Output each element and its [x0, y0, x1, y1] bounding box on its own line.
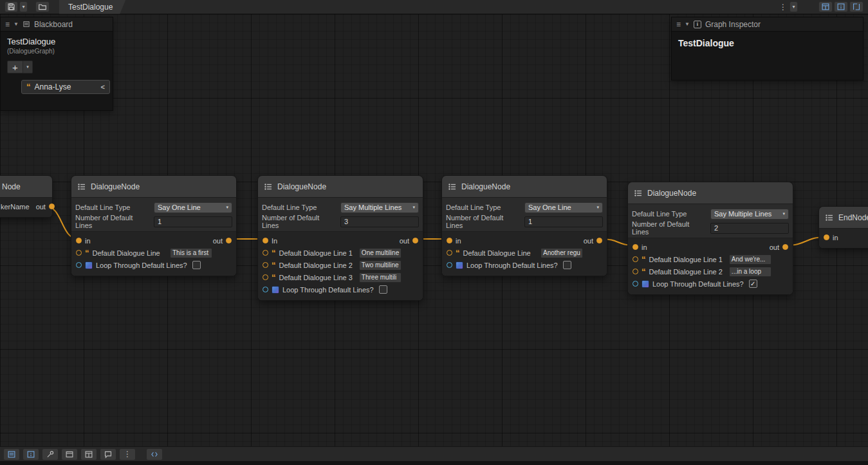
input-port[interactable] [824, 234, 829, 240]
dialogue-node-1[interactable]: DialogueNode Default Line Type Say One L… [71, 175, 237, 276]
node-title-bar[interactable]: DialogueNode [628, 182, 793, 204]
quote-icon: “ [272, 274, 276, 281]
dialogue-line-port[interactable] [76, 250, 82, 256]
dialogue-line-port[interactable] [263, 250, 268, 256]
input-port[interactable] [447, 238, 452, 243]
line-type-dropdown[interactable]: Say Multiple Lines ▾ [340, 202, 419, 213]
speaker-node[interactable]: Node kerName out [0, 175, 53, 218]
dialogue-line-input[interactable]: This is a first [170, 248, 212, 258]
folder-icon [38, 3, 47, 11]
save-dropdown-button[interactable]: ▾ [19, 1, 28, 12]
loop-port[interactable] [263, 287, 268, 292]
toggle-inspector-button[interactable] [834, 1, 848, 12]
loop-checkbox[interactable]: ✓ [749, 280, 757, 288]
num-lines-input[interactable]: 1 [524, 216, 603, 227]
output-port-label: out [213, 237, 223, 245]
dialogue-line-input[interactable]: And we're... [729, 254, 771, 265]
node-title: EndNode [838, 213, 868, 222]
dialogue-line-port[interactable] [263, 274, 268, 280]
output-port[interactable] [412, 238, 418, 243]
input-port[interactable] [76, 238, 82, 243]
loop-checkbox[interactable] [192, 261, 201, 269]
node-title-bar[interactable]: DialogueNode [71, 176, 236, 198]
drag-handle-icon[interactable]: ≡ [5, 20, 10, 29]
line-type-value: Say One Line [158, 204, 201, 211]
dialogue-line-input[interactable]: ...in a loop [729, 267, 771, 277]
output-port[interactable] [782, 244, 788, 250]
chevron-down-icon: ▾ [26, 64, 29, 70]
graph-tab[interactable]: TestDialogue [59, 0, 125, 14]
inspector-button[interactable] [23, 448, 39, 460]
toggle-minimap-button[interactable] [849, 1, 863, 12]
quote-icon: “ [272, 250, 276, 256]
drag-handle-icon[interactable]: ≡ [676, 20, 681, 29]
input-port[interactable] [263, 238, 268, 243]
save-button[interactable] [5, 1, 18, 12]
node-title-bar[interactable]: EndNode [819, 207, 868, 229]
dialogue-line-label: Default Dialogue Line [93, 249, 160, 257]
dialogue-line-port[interactable] [633, 269, 638, 274]
output-port-label: out [36, 203, 46, 211]
num-lines-input[interactable]: 1 [154, 216, 232, 227]
console-button[interactable] [3, 448, 20, 460]
dialogue-line-port[interactable] [447, 250, 452, 256]
toolbar-more-button[interactable]: ⋮ [778, 1, 788, 12]
input-port-label: in [456, 237, 461, 245]
dialogue-node-2[interactable]: DialogueNode Default Line Type Say Multi… [257, 175, 423, 301]
dialogue-line-port[interactable] [263, 262, 268, 268]
loop-port[interactable] [76, 262, 82, 268]
loop-checkbox[interactable] [563, 261, 571, 269]
add-property-dropdown[interactable]: ▾ [23, 61, 33, 73]
open-asset-button[interactable] [35, 1, 50, 12]
blackboard-header[interactable]: ≡ ▼ Blackboard [1, 17, 113, 32]
dialogue-line-input[interactable]: Another regu [540, 248, 583, 258]
inspector-panel-icon [836, 3, 845, 11]
node-title-bar[interactable]: DialogueNode [442, 176, 607, 198]
dialogue-node-4[interactable]: DialogueNode Default Line Type Say Multi… [627, 182, 793, 295]
line-type-value: Say Multiple Lines [344, 204, 402, 211]
loop-port[interactable] [633, 281, 638, 287]
output-port[interactable] [49, 204, 55, 209]
node-title-bar[interactable]: Node [0, 176, 52, 198]
end-node[interactable]: EndNode in [818, 206, 868, 249]
line-type-dropdown[interactable]: Say Multiple Lines ▾ [710, 209, 789, 220]
tools-button[interactable] [42, 448, 59, 460]
toolbar-more-dropdown[interactable]: ▾ [790, 1, 798, 12]
num-lines-input[interactable]: 3 [340, 216, 419, 227]
code-view-button[interactable] [146, 448, 163, 460]
output-port[interactable] [226, 238, 232, 243]
window-button[interactable] [61, 448, 78, 460]
line-type-label: Default Line Type [632, 210, 706, 218]
blackboard-button[interactable] [80, 448, 97, 460]
collapse-icon[interactable]: ▼ [14, 21, 19, 27]
toggle-blackboard-button[interactable] [818, 1, 833, 12]
loop-checkbox[interactable] [379, 285, 387, 294]
dialogue-line-input[interactable]: Three multili [359, 272, 402, 283]
node-title: DialogueNode [277, 182, 326, 191]
plus-icon: + [12, 62, 18, 72]
dialogue-preview-button[interactable] [100, 448, 116, 460]
chevron-down-icon: ▾ [22, 4, 24, 10]
output-port-name: kerName [1, 203, 30, 211]
dialogue-node-3[interactable]: DialogueNode Default Line Type Say One L… [441, 175, 607, 276]
table-icon [84, 450, 93, 459]
line-type-dropdown[interactable]: Say One Line ▾ [154, 202, 232, 213]
node-title-bar[interactable]: DialogueNode [258, 176, 423, 198]
blackboard-property-anna-lyse[interactable]: “ Anna-Lyse < [21, 80, 110, 94]
loop-label: Loop Through Default Lines? [466, 261, 558, 269]
node-icon [264, 182, 273, 191]
loop-port[interactable] [447, 262, 452, 268]
output-port[interactable] [596, 238, 602, 243]
dialogue-line-input[interactable]: Two multiline [359, 260, 402, 270]
dialogue-line-port[interactable] [633, 256, 638, 262]
bottom-more-button[interactable]: ⋮ [119, 448, 136, 460]
blackboard-icon [23, 21, 30, 28]
graph-inspector-header[interactable]: ≡ ▼ i Graph Inspector [672, 17, 863, 32]
line-type-dropdown[interactable]: Say One Line ▾ [524, 202, 603, 213]
collapse-icon[interactable]: ▼ [685, 21, 690, 27]
loop-label: Loop Through Default Lines? [282, 286, 374, 294]
num-lines-input[interactable]: 2 [710, 223, 789, 234]
add-property-button[interactable]: + [7, 61, 23, 73]
dialogue-line-input[interactable]: One multiline [359, 248, 402, 258]
input-port[interactable] [633, 244, 638, 250]
